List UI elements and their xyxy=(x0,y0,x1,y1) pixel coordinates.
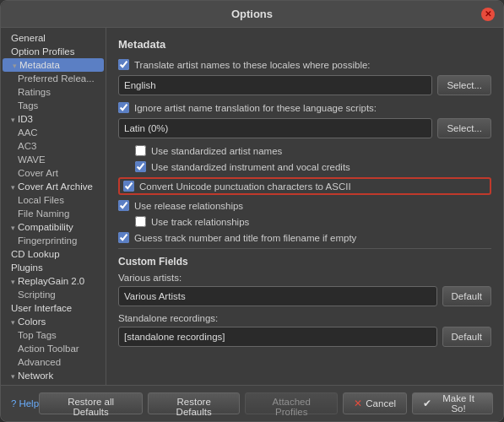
sidebar-item-ratings[interactable]: Tags xyxy=(1,99,106,112)
standalone-input[interactable] xyxy=(118,327,437,347)
option-translate-artist-row: Translate artist names to these locales … xyxy=(118,59,491,70)
option-track-relationships-row: Use track relationships xyxy=(118,216,491,227)
dialog-title: Options xyxy=(231,8,273,20)
cancel-button[interactable]: ✕ Cancel xyxy=(343,392,407,414)
option-ignore-translation-row: Ignore artist name translation for these… xyxy=(118,102,491,113)
options-dialog: Options ✕ General Option Profiles ▾Metad… xyxy=(0,0,504,422)
sidebar-item-top-tags[interactable]: Action Toolbar xyxy=(1,342,106,355)
sidebar-item-colors[interactable]: Top Tags xyxy=(1,328,106,342)
attached-profiles-button[interactable]: Attached Profiles xyxy=(245,392,338,414)
standardized-instrument-checkbox[interactable] xyxy=(135,161,146,172)
scripts-row: Select... xyxy=(118,118,491,138)
sidebar-item-preferred-releases[interactable]: Preferred Relea... xyxy=(1,72,106,85)
sidebar-item-replaygain[interactable]: Scripting xyxy=(1,288,106,301)
custom-fields-title: Custom Fields xyxy=(118,256,491,268)
sidebar-item-fingerprinting[interactable]: CD Lookup xyxy=(1,247,106,261)
unicode-label: Convert Unicode punctuation characters t… xyxy=(139,181,351,192)
sidebar-item-aac[interactable]: AC3 xyxy=(1,139,106,153)
cancel-icon: ✕ xyxy=(354,398,362,409)
arrow-icon: ▾ xyxy=(11,116,15,124)
standardized-artist-label: Use standardized artist names xyxy=(151,146,282,156)
unicode-checkbox[interactable] xyxy=(123,181,134,192)
sidebar-item-user-interface[interactable]: ▾Colors xyxy=(1,315,106,328)
sidebar-item-file-naming[interactable]: ▾Compatibility xyxy=(1,220,106,234)
scripts-input[interactable] xyxy=(118,118,432,138)
help-label: Help xyxy=(19,398,39,408)
release-relationships-label: Use release relationships xyxy=(134,201,243,211)
standardized-artist-checkbox[interactable] xyxy=(135,145,146,156)
translate-artist-checkbox[interactable] xyxy=(118,59,129,70)
ignore-translation-label: Ignore artist name translation for these… xyxy=(134,103,377,113)
sidebar-item-cover-art-archive[interactable]: Local Files xyxy=(1,193,106,207)
sidebar-item-scripting[interactable]: User Interface xyxy=(1,301,106,315)
cancel-label: Cancel xyxy=(366,398,396,408)
checkmark-icon: ✔ xyxy=(423,398,431,409)
sidebar-item-action-toolbar[interactable]: Advanced xyxy=(1,355,106,369)
arrow-icon: ▾ xyxy=(11,183,15,192)
titlebar: Options ✕ xyxy=(1,1,503,28)
locale-row: Select... xyxy=(118,75,491,95)
sidebar-item-compatibility[interactable]: Fingerprinting xyxy=(1,234,106,247)
make-it-so-button[interactable]: ✔ Make It So! xyxy=(412,392,493,414)
option-standardized-artist-row: Use standardized artist names xyxy=(118,145,491,156)
locale-select-button[interactable]: Select... xyxy=(437,75,491,95)
translate-artist-label: Translate artist names to these locales … xyxy=(134,60,371,70)
make-it-so-label: Make It So! xyxy=(435,393,482,414)
sidebar-item-wave[interactable]: Cover Art xyxy=(1,166,106,180)
footer: ? Help Restore all Defaults Restore Defa… xyxy=(1,385,503,421)
sidebar-item-advanced[interactable]: ▾Network xyxy=(1,369,106,382)
track-relationships-checkbox[interactable] xyxy=(135,216,146,227)
sidebar-item-option-profiles[interactable]: Option Profiles xyxy=(1,45,106,58)
separator xyxy=(118,248,491,249)
sidebar-item-tags[interactable]: ▾ID3 xyxy=(1,112,106,126)
arrow-icon: ▾ xyxy=(11,278,15,286)
content-area: Metadata Translate artist names to these… xyxy=(106,28,503,385)
help-link[interactable]: ? Help xyxy=(11,398,39,408)
option-standardized-instrument-row: Use standardized instrument and vocal cr… xyxy=(118,161,491,172)
sidebar-item-cover-art[interactable]: ▾Cover Art Archive xyxy=(1,180,106,193)
arrow-icon: ▾ xyxy=(11,372,15,381)
sidebar-item-ac3[interactable]: WAVE xyxy=(1,153,106,166)
sidebar-item-metadata[interactable]: ▾Metadata xyxy=(3,58,104,72)
main-content: General Option Profiles ▾Metadata Prefer… xyxy=(1,28,503,385)
sidebar-item-id3[interactable]: AAC xyxy=(1,126,106,139)
option-release-relationships-row: Use release relationships xyxy=(118,200,491,211)
standalone-row: Default xyxy=(118,327,491,347)
question-icon: ? xyxy=(11,398,16,408)
close-button[interactable]: ✕ xyxy=(481,8,495,21)
sidebar-item-cd-lookup[interactable]: Plugins xyxy=(1,261,106,274)
locale-input[interactable] xyxy=(118,75,432,95)
standardized-instrument-label: Use standardized instrument and vocal cr… xyxy=(151,162,350,172)
arrow-icon: ▾ xyxy=(11,318,15,327)
sidebar-item-genres[interactable]: Ratings xyxy=(1,85,106,99)
guess-track-label: Guess track number and title from filena… xyxy=(134,233,356,243)
various-artists-row: Default xyxy=(118,286,491,306)
option-unicode-row: Convert Unicode punctuation characters t… xyxy=(118,177,491,195)
ignore-translation-checkbox[interactable] xyxy=(118,102,129,113)
sidebar: General Option Profiles ▾Metadata Prefer… xyxy=(1,28,106,385)
guess-track-checkbox[interactable] xyxy=(118,232,129,243)
footer-right: Restore all Defaults Restore Defaults At… xyxy=(39,392,493,414)
restore-button[interactable]: Restore Defaults xyxy=(148,392,240,414)
sidebar-item-local-files[interactable]: File Naming xyxy=(1,207,106,220)
arrow-icon: ▾ xyxy=(13,62,17,70)
sidebar-item-plugins[interactable]: ▾ReplayGain 2.0 xyxy=(1,274,106,288)
track-relationships-label: Use track relationships xyxy=(151,217,249,227)
scripts-select-button[interactable]: Select... xyxy=(437,118,491,138)
standalone-label: Standalone recordings: xyxy=(118,313,491,323)
option-guess-track-row: Guess track number and title from filena… xyxy=(118,232,491,243)
various-artists-input[interactable] xyxy=(118,286,437,306)
arrow-icon: ▾ xyxy=(11,224,15,232)
various-artists-label: Various artists: xyxy=(118,273,491,283)
section-title: Metadata xyxy=(118,38,491,51)
restore-all-button[interactable]: Restore all Defaults xyxy=(39,392,143,414)
various-artists-default-button[interactable]: Default xyxy=(442,286,491,306)
standalone-default-button[interactable]: Default xyxy=(442,327,491,347)
sidebar-item-general[interactable]: General xyxy=(1,31,106,45)
footer-left: ? Help xyxy=(11,398,39,408)
release-relationships-checkbox[interactable] xyxy=(118,200,129,211)
